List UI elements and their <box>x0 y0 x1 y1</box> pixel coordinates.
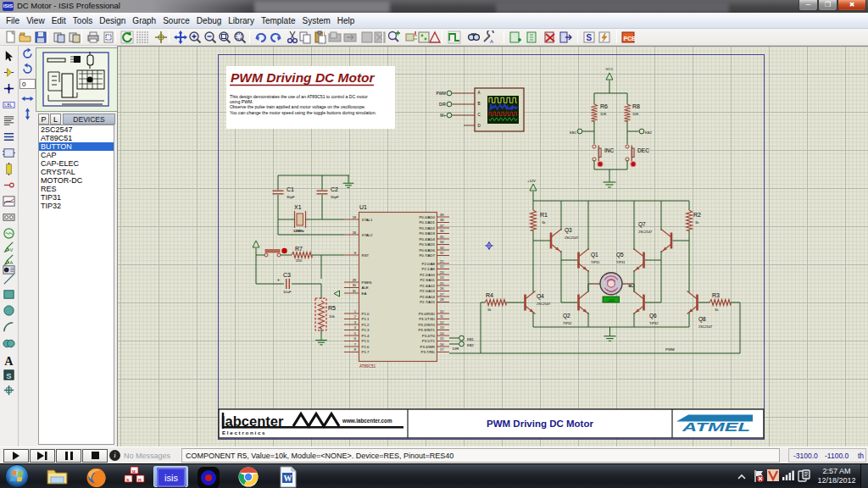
svg-text:EA: EA <box>362 291 367 296</box>
svg-text:LBL: LBL <box>4 103 12 108</box>
svg-text:P3.6/WR: P3.6/WR <box>420 345 435 349</box>
svg-text:2: 2 <box>354 314 356 319</box>
svg-text:TIP31: TIP31 <box>591 260 599 264</box>
svg-text:S: S <box>587 33 593 42</box>
svg-text:P3.0/RXD: P3.0/RXD <box>419 312 435 316</box>
svg-text:A: A <box>4 354 14 367</box>
svg-text:+12V: +12V <box>527 179 536 183</box>
svg-text:P2.5/A13: P2.5/A13 <box>420 289 435 293</box>
svg-text:25: 25 <box>440 281 443 286</box>
svg-text:KB2: KB2 <box>645 130 653 135</box>
svg-text:PWM: PWM <box>437 92 447 96</box>
svg-text:R2: R2 <box>693 212 701 218</box>
svg-text:Q1: Q1 <box>591 252 598 258</box>
svg-text:n: n <box>138 477 142 482</box>
svg-text:P0.0/AD0: P0.0/AD0 <box>419 215 435 219</box>
svg-text:27: 27 <box>440 292 443 297</box>
svg-text:RST: RST <box>362 253 370 258</box>
svg-text:37: 37 <box>440 224 443 228</box>
svg-text:ATMEL: ATMEL <box>681 419 750 434</box>
svg-text:TIP31: TIP31 <box>616 260 625 264</box>
svg-text:30pF: 30pF <box>331 195 339 199</box>
svg-text:B: B <box>478 102 481 106</box>
svg-text:Q7: Q7 <box>638 221 646 228</box>
svg-text:PWM Driving DC Motor: PWM Driving DC Motor <box>487 419 593 429</box>
svg-text:10K: 10K <box>632 112 639 116</box>
svg-text:19: 19 <box>353 215 356 219</box>
svg-text:29: 29 <box>353 278 356 282</box>
svg-text:28: 28 <box>440 297 443 302</box>
svg-text:23: 23 <box>440 270 443 274</box>
svg-text:DEC: DEC <box>637 147 649 153</box>
svg-text:10K: 10K <box>600 112 607 116</box>
svg-text:PWM: PWM <box>665 347 675 352</box>
svg-text:3: 3 <box>354 320 356 324</box>
svg-text:P1.5: P1.5 <box>362 339 370 343</box>
svg-text:P0.7/AD7: P0.7/AD7 <box>419 253 435 258</box>
svg-text:PWM Driving DC Motor: PWM Driving DC Motor <box>231 70 376 85</box>
svg-text:P1.7: P1.7 <box>362 350 370 354</box>
svg-text:KB2: KB2 <box>467 343 475 347</box>
svg-text:10uF: 10uF <box>283 290 292 294</box>
svg-text:Q5: Q5 <box>616 252 624 258</box>
svg-text:R6: R6 <box>600 103 608 109</box>
svg-text:13: 13 <box>440 325 443 330</box>
svg-text:V: V <box>9 247 13 252</box>
svg-text:P2.4/A12: P2.4/A12 <box>420 284 435 288</box>
svg-text:AT89C51: AT89C51 <box>359 364 376 369</box>
svg-text:Q6: Q6 <box>649 313 657 319</box>
svg-text:u: u <box>132 469 136 474</box>
svg-text:DIR: DIR <box>453 347 459 351</box>
svg-text:DIR: DIR <box>439 103 447 107</box>
svg-text:XTAL1: XTAL1 <box>362 218 374 222</box>
svg-text:P2.2/A10: P2.2/A10 <box>420 273 435 277</box>
svg-text:P2.0/A8: P2.0/A8 <box>422 262 436 266</box>
svg-text:12: 12 <box>440 320 443 324</box>
svg-text:8: 8 <box>354 347 356 352</box>
svg-text:P0.2/AD2: P0.2/AD2 <box>419 226 435 230</box>
svg-text:30pF: 30pF <box>287 195 295 199</box>
svg-text:21: 21 <box>440 259 443 263</box>
svg-text:TIP32: TIP32 <box>563 321 571 325</box>
svg-text:R4: R4 <box>486 292 493 298</box>
svg-text:10k: 10k <box>329 314 336 319</box>
svg-text:Observe the pulse train applie: Observe the pulse train applied and moto… <box>230 104 365 109</box>
svg-text:A: A <box>490 39 493 44</box>
svg-text:6: 6 <box>354 336 356 341</box>
svg-text:E l e c t r o n i c s: E l e c t r o n i c s <box>222 430 265 435</box>
svg-text:22: 22 <box>440 264 443 269</box>
svg-text:P0.3/AD3: P0.3/AD3 <box>419 231 435 236</box>
svg-text:R1: R1 <box>540 212 548 218</box>
svg-text:2SC2547: 2SC2547 <box>565 236 578 240</box>
svg-text:P3.1/TXD: P3.1/TXD <box>419 317 435 321</box>
svg-text:Q4: Q4 <box>537 293 544 300</box>
svg-text:P1.4: P1.4 <box>362 334 370 338</box>
svg-text:2SC2547: 2SC2547 <box>537 302 550 306</box>
svg-text:38: 38 <box>440 218 443 222</box>
svg-text:9: 9 <box>354 251 356 255</box>
svg-text:PCB: PCB <box>624 36 636 42</box>
svg-text:P3.2/INT0: P3.2/INT0 <box>418 323 435 327</box>
svg-text:2SC2547: 2SC2547 <box>638 230 652 234</box>
svg-text:C3: C3 <box>283 272 291 278</box>
svg-text:INC: INC <box>604 147 615 153</box>
svg-text:33: 33 <box>440 246 443 250</box>
svg-text:isis: isis <box>164 473 178 483</box>
svg-text:31: 31 <box>353 289 356 293</box>
svg-text:P3.7/RD: P3.7/RD <box>421 350 435 354</box>
svg-text:+120: +120 <box>608 299 615 302</box>
svg-text:Q2: Q2 <box>563 313 570 319</box>
svg-text:P0.4/AD4: P0.4/AD4 <box>419 237 435 241</box>
svg-text:P0.5/AD5: P0.5/AD5 <box>419 242 435 247</box>
svg-text:ALE: ALE <box>362 286 369 290</box>
svg-text:35: 35 <box>440 235 443 239</box>
svg-text:W: W <box>284 474 292 483</box>
svg-text:11: 11 <box>440 314 443 319</box>
svg-text:P0.6/AD6: P0.6/AD6 <box>419 248 435 252</box>
svg-text:P3.4/T0: P3.4/T0 <box>422 334 436 338</box>
svg-text:7: 7 <box>354 342 356 347</box>
svg-text:R3: R3 <box>712 292 720 298</box>
svg-text:1: 1 <box>354 309 356 313</box>
svg-text:36: 36 <box>440 229 443 233</box>
svg-text:39: 39 <box>440 213 443 217</box>
